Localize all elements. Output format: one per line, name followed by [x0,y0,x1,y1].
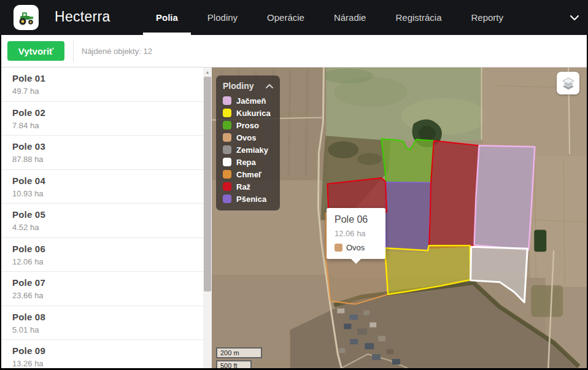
layers-icon [561,76,576,91]
main-nav: PoliaPlodinyOperácieNáradieRegistráciaRe… [143,0,520,35]
field-area: 5.01 ha [12,325,203,334]
map-layers-button[interactable] [557,72,579,94]
sidebar-scrollbar[interactable]: ▲ [203,67,212,368]
field-name: Pole 03 [12,141,203,152]
popup-field-name: Pole 06 [335,214,382,225]
popup-field-area: 12.06 ha [335,229,382,238]
map-scale-imperial: 500 ft [216,360,252,368]
crop-color-swatch [223,133,231,142]
map-scale-metric: 200 m [216,347,262,358]
legend-title: Plodiny [223,81,254,91]
field-list-item[interactable]: Pole 07 23.66 ha [1,272,203,306]
crops-legend: Plodiny Jačmeň Kukurica Proso Ovos Zemia… [216,75,280,210]
field-area: 4.52 ha [12,223,203,232]
legend-item[interactable]: Proso [216,119,280,131]
popup-crop-name: Ovos [346,243,365,252]
tractor-icon [17,9,36,27]
legend-item[interactable]: Raž [216,180,280,193]
popup-crop-swatch [335,244,342,252]
scroll-up-icon[interactable]: ▲ [203,67,212,77]
field-name: Pole 06 [12,244,203,254]
field-name: Pole 02 [12,107,203,118]
field-list-item[interactable]: Pole 03 87.88 ha [1,136,203,170]
field-area: 13.26 ha [12,359,203,368]
field-popup: Pole 06 12.06 ha Ovos [327,208,385,259]
crop-label: Proso [236,121,259,130]
field-name: Pole 08 [12,312,203,322]
field-list-item[interactable]: Pole 08 5.01 ha [1,306,203,341]
field-area: 7.84 ha [12,121,203,130]
chevron-up-icon[interactable] [266,84,273,88]
crop-color-swatch [223,96,231,105]
field-polygon-pšenica[interactable] [385,182,431,252]
field-list-item[interactable]: Pole 05 4.52 ha [1,204,203,238]
field-name: Pole 07 [12,277,203,288]
legend-item[interactable]: Ovos [216,131,280,144]
field-area: 49.7 ha [12,87,203,96]
legend-item[interactable]: Chmeľ [216,168,280,180]
nav-item-plodiny[interactable]: Plodiny [195,0,250,35]
app-logo[interactable] [14,5,39,30]
toolbar-divider [73,40,74,62]
crop-label: Chmeľ [236,170,261,179]
field-list-item[interactable]: Pole 06 12.06 ha [1,238,203,272]
crop-label: Zemiaky [236,145,268,155]
crop-label: Kukurica [236,109,271,118]
map-canvas[interactable]: Plodiny Jačmeň Kukurica Proso Ovos Zemia… [212,67,587,368]
field-list-item[interactable]: Pole 09 13.26 ha [1,340,203,368]
legend-item[interactable]: Kukurica [216,107,280,119]
top-navbar: Hecterra PoliaPlodinyOperácieNáradieRegi… [0,0,588,35]
scrollbar-thumb[interactable] [204,77,211,291]
field-name: Pole 09 [12,345,203,356]
legend-item[interactable]: Repa [216,156,280,168]
field-area: 87.88 ha [12,155,203,164]
legend-item[interactable]: Zemiaky [216,144,280,156]
field-list-item[interactable]: Pole 02 7.84 ha [1,102,203,136]
toolbar: Vytvoriť Nájdené objekty: 12 [1,35,587,67]
nav-item-operácie[interactable]: Operácie [254,0,317,35]
crop-label: Pšenica [236,195,266,204]
legend-item[interactable]: Jačmeň [216,94,280,107]
legend-item[interactable]: Pšenica [216,193,280,205]
crop-label: Raž [236,182,250,191]
nav-item-reporty[interactable]: Reporty [458,0,517,35]
field-list-item[interactable]: Pole 04 10.93 ha [1,170,203,204]
field-area: 10.93 ha [12,189,203,198]
app-title: Hecterra [55,9,110,25]
field-area: 12.06 ha [12,257,203,266]
field-name: Pole 01 [12,73,203,83]
field-list-item[interactable]: Pole 01 49.7 ha [1,67,203,102]
crop-color-swatch [223,182,231,191]
nav-item-registrácia[interactable]: Registrácia [382,0,454,35]
nav-item-náradie[interactable]: Náradie [321,0,379,35]
crop-label: Repa [236,158,256,167]
crop-color-swatch [223,121,231,129]
fields-list: Pole 01 49.7 ha Pole 02 7.84 ha Pole 03 … [1,67,203,368]
crop-color-swatch [223,109,231,117]
crop-color-swatch [223,195,231,203]
found-objects-count: Nájdené objekty: 12 [82,47,152,56]
crop-label: Ovos [236,133,257,142]
chevron-down-icon[interactable] [570,15,579,21]
field-polygon-raž[interactable] [429,141,479,248]
create-button[interactable]: Vytvoriť [7,41,64,61]
crop-label: Jačmeň [236,96,266,106]
field-area: 23.66 ha [12,291,203,300]
field-name: Pole 05 [12,209,203,220]
field-polygon-jačmeň[interactable] [474,145,535,250]
nav-item-polia[interactable]: Polia [143,0,191,35]
crop-color-swatch [223,170,231,179]
crop-color-swatch [223,145,231,154]
field-name: Pole 04 [12,175,203,186]
crop-color-swatch [223,158,231,166]
